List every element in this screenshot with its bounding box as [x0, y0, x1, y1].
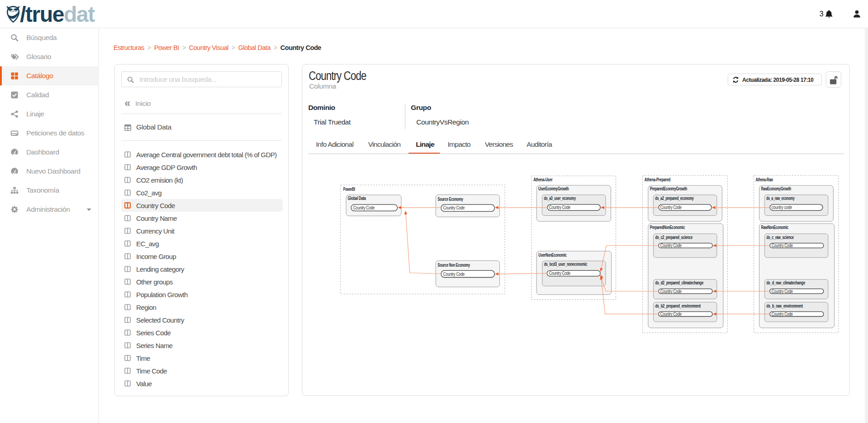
svg-text:ds_c2_prepared_science: ds_c2_prepared_science — [655, 234, 692, 240]
svg-text:Source Economy: Source Economy — [438, 196, 463, 202]
svg-text:Country Code: Country Code — [660, 311, 681, 317]
svg-text:Country Code: Country Code — [771, 311, 793, 317]
svg-text:Country Code: Country Code — [660, 204, 681, 210]
svg-text:ds_c_raw_science: ds_c_raw_science — [766, 234, 794, 240]
svg-text:UserNonEconomic: UserNonEconomic — [538, 252, 567, 258]
svg-text:ds_b_raw_environment: ds_b_raw_environment — [766, 303, 803, 309]
svg-text:ds_a_raw_economy: ds_a_raw_economy — [766, 195, 794, 201]
svg-text:Country Code: Country Code — [443, 205, 464, 210]
svg-text:RawNonEconomic: RawNonEconomic — [761, 224, 789, 230]
svg-text:ds_d_raw_climatechange: ds_d_raw_climatechange — [766, 280, 805, 285]
svg-text:Country Code: Country Code — [660, 289, 681, 294]
svg-text:Country Code: Country Code — [660, 243, 681, 248]
svg-text:PreparedNonEconomic: PreparedNonEconomic — [650, 224, 685, 230]
svg-text:Athena-Prepared: Athena-Prepared — [645, 177, 671, 182]
svg-text:Country Code: Country Code — [549, 270, 570, 276]
svg-text:UserEconmyGrowth: UserEconmyGrowth — [538, 186, 569, 191]
svg-text:Country Code: Country Code — [771, 289, 793, 294]
svg-text:ds_a3_user_economy: ds_a3_user_economy — [544, 195, 576, 201]
svg-text:ds_d2_prepared_climatechange: ds_d2_prepared_climatechange — [655, 280, 703, 285]
svg-text:ds_a2_prepared_economy: ds_a2_prepared_economy — [655, 195, 694, 201]
svg-text:Athena-User: Athena-User — [533, 177, 552, 182]
svg-text:PowerBI: PowerBI — [343, 186, 355, 192]
svg-text:PreparedEconmyGrowth: PreparedEconmyGrowth — [650, 186, 687, 191]
svg-text:ds_bcd3_user_noneconomic: ds_bcd3_user_noneconomic — [544, 261, 587, 267]
svg-text:Source Non Economy: Source Non Economy — [438, 262, 470, 268]
svg-text:Country Code: Country Code — [443, 271, 464, 277]
svg-text:Country Code: Country Code — [549, 204, 570, 210]
svg-text:Country Code: Country Code — [771, 243, 793, 248]
svg-text:ds_b2_prepared_environment: ds_b2_prepared_environment — [655, 303, 701, 309]
svg-text:country code: country code — [771, 204, 792, 210]
svg-text:Athena-Raw: Athena-Raw — [756, 177, 774, 182]
svg-text:Global Data: Global Data — [348, 195, 366, 201]
svg-text:Country Code: Country Code — [353, 205, 375, 210]
svg-text:RawEconomyGrowth: RawEconomyGrowth — [761, 186, 791, 191]
